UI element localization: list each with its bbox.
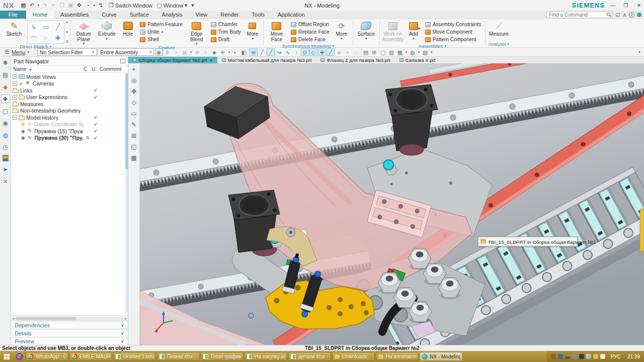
snap-view-icon[interactable]: ◇ <box>130 99 138 107</box>
layer-settings-icon[interactable]: ▦ <box>396 48 404 56</box>
taskbar-button[interactable]: На закупку.xlsx - ... <box>245 352 287 361</box>
ribbon-small-button[interactable]: Trim Body <box>209 28 243 36</box>
taskbar-button[interactable]: NX - Modeling <box>420 352 462 361</box>
selection-scope-dropdown[interactable]: Entire Assembly▾ <box>98 48 154 56</box>
visibility-eye-icon[interactable]: ⊘ <box>21 122 25 127</box>
tree-row[interactable]: − Model History ✓ <box>11 114 128 121</box>
navigator-scrollbar[interactable] <box>125 73 128 313</box>
layers-icon[interactable]: ▦ <box>130 154 138 162</box>
minimize-button[interactable]: — <box>608 3 618 8</box>
sketch-grid-overflow[interactable]: ▾▾☰ <box>65 21 68 44</box>
pole-icon[interactable]: ↑ <box>292 48 300 56</box>
part-tab[interactable]: Фланец Z для лазера №3.prt <box>316 57 394 63</box>
assembly-navigator-icon[interactable]: ▤ <box>1 70 10 79</box>
origin-icon[interactable]: ⌖ <box>130 65 138 73</box>
navigator-section[interactable]: Dependencies ∨ <box>11 321 128 329</box>
taskbar-button[interactable]: На изготовление <box>376 352 419 361</box>
selection-filter-dropdown[interactable]: No Selection Filter▾ <box>37 48 97 56</box>
render-style-icon[interactable]: ◎ <box>130 76 138 84</box>
ribbon-small-button[interactable]: Unite▾ <box>138 28 184 36</box>
quadrant-point-icon[interactable]: ◇ <box>309 48 317 56</box>
navigator-hscrollbar[interactable]: ◂▸ <box>11 315 128 321</box>
clock[interactable]: 21:39 <box>627 354 640 359</box>
close-button[interactable]: ✕ <box>634 3 644 8</box>
move-cursor-icon[interactable]: ✥ <box>75 2 83 9</box>
repeat-command-icon[interactable]: ↯ <box>97 2 105 9</box>
minimize-ribbon-icon[interactable]: ∧ <box>623 12 626 18</box>
visibility-eye-icon[interactable]: ◉ <box>21 129 25 134</box>
tree-row[interactable]: Non-timestamp Geometry <box>11 108 128 115</box>
ribbon-tab[interactable]: Analysis <box>155 11 189 19</box>
expander-icon[interactable]: − <box>13 115 17 120</box>
facet-vertex-icon[interactable]: ◆ <box>335 48 343 56</box>
taskbar-button[interactable]: EMILE MAURIN - ... <box>69 352 112 361</box>
tray-icon[interactable] <box>579 354 584 359</box>
tree-row[interactable]: + User Expressions ✓ <box>11 94 128 101</box>
zoom-window-icon[interactable]: ▭ <box>130 110 138 118</box>
copy-icon[interactable]: ❐ <box>58 2 66 9</box>
window-cascade-icon[interactable]: ▤ <box>362 48 370 56</box>
ribbon-tab[interactable]: Application <box>271 11 311 19</box>
ribbon-small-button[interactable]: Delete Face <box>289 36 331 43</box>
profile-icon[interactable]: ↳ <box>28 21 40 32</box>
line-icon[interactable]: ╱ <box>52 21 64 32</box>
sphere-dropdown[interactable]: ▾ <box>93 4 96 8</box>
part-tab[interactable]: Мостик кабельный для лазера №3.prt <box>217 57 316 63</box>
undock-icon[interactable] <box>120 59 125 63</box>
reuse-library-icon[interactable]: ▢ <box>1 107 10 115</box>
point-on-curve-icon[interactable]: ↝ <box>275 48 283 56</box>
dropdown-arrow[interactable]: ▾ <box>189 48 193 56</box>
spline-point-icon[interactable]: ∿ <box>284 48 292 56</box>
ribbon-tab[interactable]: Home <box>26 11 54 19</box>
expander-icon[interactable]: + <box>13 74 17 79</box>
language-indicator[interactable]: РУС <box>611 354 621 359</box>
move-object-icon[interactable]: ✥ <box>193 48 201 56</box>
edge-blend-button[interactable]: Edge Blend▾ <box>185 21 208 45</box>
roles-gear-icon[interactable]: ✱ <box>1 58 10 67</box>
tray-icon[interactable] <box>572 354 577 359</box>
sketch-button[interactable]: ✎ Sketch <box>3 21 26 37</box>
highlighted-selection-icon[interactable]: ◆ <box>155 48 163 56</box>
visibility-eye-icon[interactable]: ◉ <box>21 135 25 140</box>
ribbon-tab[interactable]: Tools <box>245 11 271 19</box>
paste-icon[interactable]: ▣ <box>67 2 74 9</box>
add-component-button[interactable]: Add▾ <box>405 21 423 40</box>
taskbar-button[interactable]: Планы.xlsx - Libr... <box>157 352 200 361</box>
system-tools-icon[interactable]: ✕ <box>1 177 10 186</box>
close-icon[interactable]: ✕ <box>209 58 213 63</box>
fullscreen-icon[interactable]: ◱ <box>615 12 620 18</box>
surface-button[interactable]: Surface▾ <box>355 21 378 40</box>
separator[interactable] <box>249 49 249 55</box>
constraint-navigator-icon[interactable]: ◆ <box>1 82 10 91</box>
ribbon-tab[interactable]: Render <box>214 11 245 19</box>
ribbon-small-button[interactable]: Offset Region <box>289 21 331 28</box>
part-tab[interactable]: Салазка X.prt <box>395 57 440 63</box>
ribbon-small-button[interactable]: Replace Face <box>289 28 331 36</box>
ribbon-small-button[interactable]: Draft <box>209 36 243 43</box>
taskbar-button[interactable]: WhatsApp - Goog... <box>26 352 68 361</box>
tray-icon[interactable] <box>565 354 570 359</box>
switch-window-button[interactable]: ❐Switch Window <box>109 2 152 9</box>
fit-view-icon[interactable]: ◱ <box>130 143 138 151</box>
view-sphere-icon[interactable]: ◔ <box>84 3 92 9</box>
taskbar-button[interactable]: Untitled 1.ods - Li... <box>113 352 156 361</box>
box-select-icon[interactable]: ▣ <box>181 48 189 56</box>
cut-icon[interactable]: ✂ <box>50 2 57 9</box>
extrude-button[interactable]: Extrude▾ <box>95 21 118 40</box>
ribbon-small-button[interactable]: Pattern Feature <box>138 21 184 28</box>
tray-icon[interactable] <box>593 354 598 359</box>
window-float-icon[interactable]: ▢ <box>379 48 387 56</box>
navigator-section[interactable]: Details ∨ <box>11 329 128 337</box>
ribbon-small-button[interactable]: Pattern Component <box>424 36 483 43</box>
bounded-plane-icon[interactable]: ◇ <box>352 48 360 56</box>
point-in-facet-icon[interactable]: ✦ <box>344 48 352 56</box>
pan-icon[interactable]: ✥ <box>130 87 138 96</box>
select-assembly-icon[interactable]: ❖ <box>164 48 172 56</box>
window-menu-button[interactable]: ▢Window▾ <box>156 2 187 9</box>
show-hide-icon[interactable]: ▥ <box>387 48 395 56</box>
dropdown-arrow[interactable]: ▾ <box>405 48 408 56</box>
ribbon-tab[interactable]: Curve <box>95 11 123 19</box>
tree-row[interactable]: + Model Views <box>11 73 128 80</box>
start-button[interactable] <box>0 351 13 362</box>
component-select-icon[interactable]: ◈ <box>210 48 218 56</box>
